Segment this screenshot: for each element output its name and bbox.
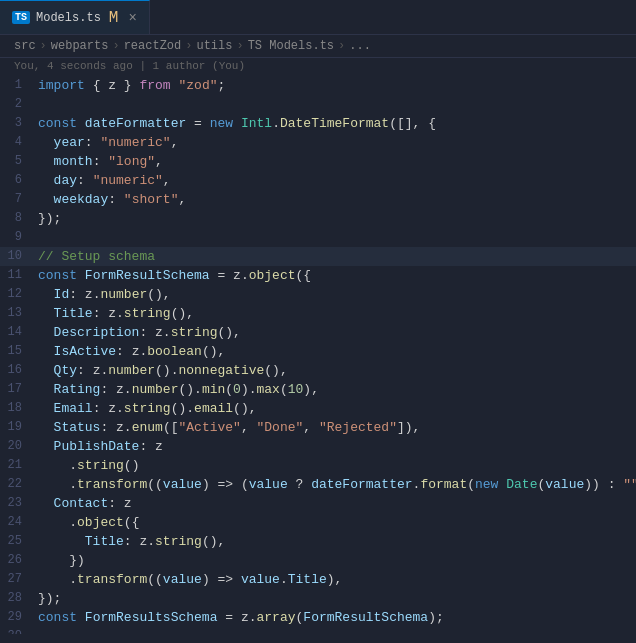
meta-text: You, 4 seconds ago | 1 author (You) (14, 60, 245, 72)
line-6: 6 day: "numeric", (0, 171, 636, 190)
breadcrumb: src › webparts › reactZod › utils › TS M… (0, 35, 636, 58)
line-23: 23 Contact: z (0, 494, 636, 513)
line-9: 9 (0, 228, 636, 247)
line-1: 1 import { z } from "zod"; (0, 76, 636, 95)
line-21: 21 .string() (0, 456, 636, 475)
line-14: 14 Description: z.string(), (0, 323, 636, 342)
line-17: 17 Rating: z.number().min(0).max(10), (0, 380, 636, 399)
line-13: 13 Title: z.string(), (0, 304, 636, 323)
line-7: 7 weekday: "short", (0, 190, 636, 209)
line-11: 11 const FormResultSchema = z.object({ (0, 266, 636, 285)
line-16: 16 Qty: z.number().nonnegative(), (0, 361, 636, 380)
line-3: 3 const dateFormatter = new Intl.DateTim… (0, 114, 636, 133)
close-icon[interactable]: × (128, 10, 136, 26)
line-28: 28 }); (0, 589, 636, 608)
line-2: 2 (0, 95, 636, 114)
meta-line: You, 4 seconds ago | 1 author (You) (0, 58, 636, 76)
line-20: 20 PublishDate: z (0, 437, 636, 456)
line-10: 10 // Setup schema (0, 247, 636, 266)
line-8: 8 }); (0, 209, 636, 228)
line-19: 19 Status: z.enum(["Active", "Done", "Re… (0, 418, 636, 437)
ts-badge: TS (12, 11, 30, 24)
line-22: 22 .transform((value) => (value ? dateFo… (0, 475, 636, 494)
tab-models-ts[interactable]: TS Models.ts M × (0, 0, 150, 34)
line-12: 12 Id: z.number(), (0, 285, 636, 304)
line-4: 4 year: "numeric", (0, 133, 636, 152)
tab-bar: TS Models.ts M × (0, 0, 636, 35)
editor[interactable]: 1 import { z } from "zod"; 2 3 const dat… (0, 76, 636, 634)
line-30: 30 (0, 627, 636, 634)
line-26: 26 }) (0, 551, 636, 570)
line-18: 18 Email: z.string().email(), (0, 399, 636, 418)
line-5: 5 month: "long", (0, 152, 636, 171)
line-27: 27 .transform((value) => value.Title), (0, 570, 636, 589)
line-15: 15 IsActive: z.boolean(), (0, 342, 636, 361)
line-24: 24 .object({ (0, 513, 636, 532)
modified-indicator: M (109, 9, 119, 27)
tab-filename: Models.ts (36, 11, 101, 25)
line-29: 29 const FormResultsSchema = z.array(For… (0, 608, 636, 627)
line-25: 25 Title: z.string(), (0, 532, 636, 551)
